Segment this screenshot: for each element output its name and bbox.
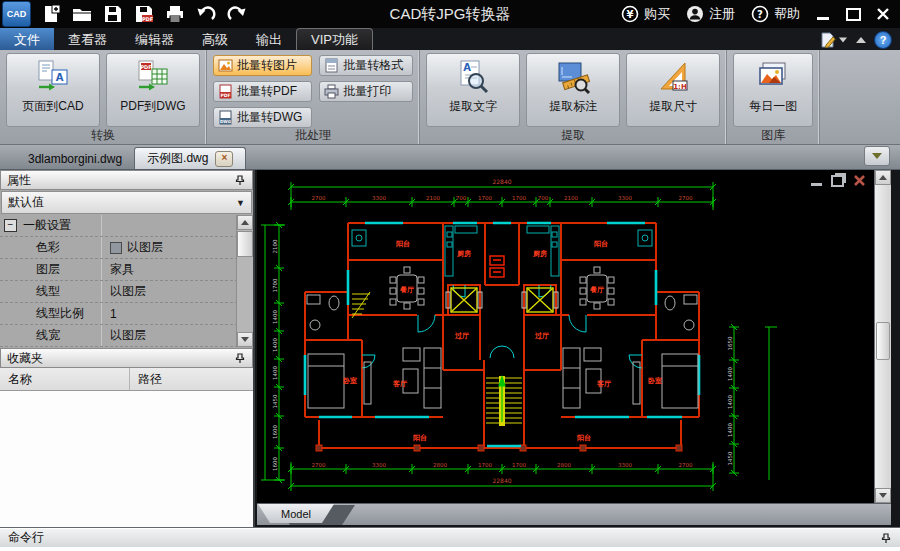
batch-to-format-button[interactable]: 批量转格式 [319,55,413,76]
svg-text:2100: 2100 [426,195,440,201]
close-button[interactable] [870,3,896,25]
undo-button[interactable] [190,1,221,27]
batch-to-dwg-button[interactable]: DWG 批量转DWG [213,107,312,128]
property-row-linetype[interactable]: 线型 以图层 [0,281,253,303]
property-row-ltscale[interactable]: 线型比例 1 [0,303,253,325]
property-row-lineweight[interactable]: 线宽 以图层 [0,325,253,347]
svg-text:餐厅: 餐厅 [400,286,414,294]
collapse-ribbon-icon[interactable] [856,37,866,43]
group-label-convert: 转换 [0,127,206,144]
preset-value: 默认值 [8,194,44,211]
tab-file[interactable]: 文件 [0,28,54,50]
left-panel: 属性 默认值 ▼ −一般设置 色彩 以图层 图层 家具 线型 以图层 [0,170,255,527]
redo-button[interactable] [221,1,252,27]
svg-text:2700: 2700 [679,462,693,468]
property-scrollbar[interactable] [236,215,253,347]
batch-print-label: 批量打印 [343,83,391,100]
doc-tab-example[interactable]: 示例图.dwg × [134,147,246,169]
svg-text:1450: 1450 [272,394,278,408]
model-tab[interactable]: Model [258,504,334,523]
canvas-scroll-thumb[interactable] [876,322,890,360]
property-row-color[interactable]: 色彩 以图层 [0,237,253,259]
doc-tab-3dlamborgini[interactable]: 3dlamborgini.dwg [16,149,134,169]
property-row-layer[interactable]: 图层 家具 [0,259,253,281]
favorites-list[interactable] [0,391,253,530]
ribbon-help-icon[interactable]: ? [874,31,892,49]
register-label: 注册 [709,5,735,23]
collapse-icon[interactable]: − [4,219,17,232]
buy-button[interactable]: ¥ 购买 [615,5,676,23]
batch-to-pdf-button[interactable]: PDF 批量转PDF [213,81,312,102]
column-path[interactable]: 路径 [130,371,162,388]
save-as-pdf-button[interactable]: PDF [128,1,159,27]
mdi-restore-icon[interactable] [831,175,844,187]
extract-dimension-icon: 1:H [655,59,691,95]
scroll-up-button[interactable] [237,215,253,230]
tab-output[interactable]: 输出 [242,28,296,50]
property-group-row[interactable]: −一般设置 [0,215,253,237]
doc-tab-close-button[interactable]: × [215,151,233,167]
scroll-thumb[interactable] [237,231,253,257]
svg-text:2700: 2700 [312,195,326,201]
pin-icon[interactable] [234,352,246,364]
save-pdf-icon: PDF [134,4,154,24]
tab-viewer[interactable]: 查看器 [54,28,121,50]
batch-to-format-label: 批量转格式 [343,57,403,74]
properties-header: 属性 [0,170,253,190]
favorites-header: 收藏夹 [0,348,253,368]
command-line-title: 命令行 [8,529,44,546]
pdf-icon: PDF [218,84,233,99]
canvas-scroll-up[interactable] [875,170,891,185]
chevron-down-icon [872,153,882,159]
minimize-button[interactable] [810,3,836,25]
extract-text-button[interactable]: A 提取文字 [426,53,520,127]
extract-dimension-button[interactable]: 1:H 提取尺寸 [626,53,720,127]
shaft-risers [490,256,504,277]
pdf-to-dwg-button[interactable]: PDF PDF到DWG [106,53,200,127]
command-line-input-area[interactable] [0,547,900,551]
help-label: 帮助 [774,5,800,23]
maximize-button[interactable] [840,3,866,25]
daily-image-button[interactable]: 每日一图 [733,53,813,127]
scroll-down-button[interactable] [237,332,253,347]
batch-print-button[interactable]: 批量打印 [319,81,413,102]
canvas-scroll-down[interactable] [875,488,891,503]
batch-to-pdf-label: 批量转PDF [237,83,297,100]
tab-list-dropdown-button[interactable] [864,146,890,166]
app-logo-icon[interactable]: CAD [2,1,31,27]
edit-style-button[interactable] [820,32,848,48]
svg-text:?: ? [757,9,763,20]
page-to-cad-button[interactable]: A 页面到CAD [6,53,100,127]
tab-vip[interactable]: VIP功能 [296,28,373,50]
svg-text:厨房: 厨房 [456,249,471,258]
pdf-to-dwg-icon: PDF [135,59,171,95]
open-file-button[interactable] [66,1,97,27]
svg-text:1400: 1400 [727,367,733,381]
column-name[interactable]: 名称 [0,368,130,390]
tab-editor[interactable]: 编辑器 [121,28,188,50]
drawing-canvas[interactable]: 22840 22840 [257,170,874,503]
pin-icon[interactable] [880,532,892,544]
property-grid: −一般设置 色彩 以图层 图层 家具 线型 以图层 线型比例 1 线宽 以图层 [0,215,253,347]
register-button[interactable]: 注册 [680,5,741,23]
print-button[interactable] [159,1,190,27]
buy-label: 购买 [644,5,670,23]
batch-to-image-button[interactable]: 批量转图片 [213,55,312,76]
save-icon [103,4,123,24]
mdi-close-icon[interactable] [853,174,866,187]
new-file-button[interactable] [35,1,66,27]
pin-icon[interactable] [234,174,246,186]
extract-annotation-icon [555,59,591,95]
svg-text:1400: 1400 [727,395,733,409]
chevron-down-icon [839,37,847,42]
canvas-scrollbar[interactable] [874,170,891,503]
preset-dropdown[interactable]: 默认值 ▼ [1,191,252,214]
save-button[interactable] [97,1,128,27]
print-icon [165,4,185,24]
help-button[interactable]: ? 帮助 [745,5,806,23]
tab-advanced[interactable]: 高级 [188,28,242,50]
svg-text:PDF: PDF [140,64,151,70]
mdi-minimize-icon[interactable] [811,183,822,186]
extract-dimension-label: 提取尺寸 [649,98,697,115]
extract-annotation-button[interactable]: 提取标注 [526,53,620,127]
